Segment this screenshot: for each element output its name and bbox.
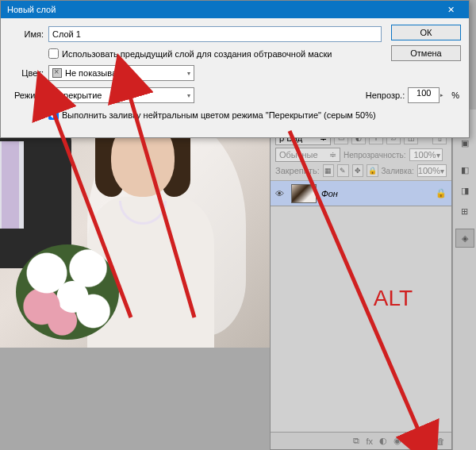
layers-icon[interactable]: ◈ <box>455 229 474 248</box>
layer-blend-select[interactable]: Обычные≑ <box>275 148 340 162</box>
photo-bouquet <box>16 244 119 340</box>
fill-neutral-checkbox[interactable] <box>48 110 59 120</box>
canvas-background <box>0 348 270 450</box>
opacity-spinner-icon[interactable]: ▸ <box>440 92 448 98</box>
chevron-down-icon: ▾ <box>187 70 190 77</box>
layers-panel: Слои ▸│ ▾≡ ρ Вид≑ ▭ ◐ T ▱ ◫ ▯ Обычные≑ Н… <box>270 110 452 450</box>
network-icon[interactable]: ⊞ <box>455 202 474 221</box>
use-prev-mask-label: Использовать предыдущий слой для создани… <box>62 49 332 59</box>
layers-footer: ⧉ fx ◐ ◉ ▢ ▣ 🗑 <box>271 432 451 449</box>
chevron-down-icon: ▾ <box>187 92 190 99</box>
dialog-titlebar[interactable]: Новый слой ✕ <box>1 1 469 18</box>
right-toolbar: ✂ ▣ ◧ ◨ ⊞ ◈ <box>452 110 476 450</box>
opacity-label: Непрозр.: <box>366 90 405 100</box>
new-layer-dialog: Новый слой ✕ Имя: Использовать предыдущи… <box>0 0 470 138</box>
opacity-input[interactable]: 100 <box>408 87 440 103</box>
opacity-pct: % <box>451 90 459 100</box>
layer-row[interactable]: 👁 Фон 🔒 <box>271 181 451 206</box>
layer-name-input[interactable] <box>48 26 382 42</box>
lock-all-icon[interactable]: 🔒 <box>367 164 378 177</box>
fill-neutral-label: Выполнить заливку нейтральным цветом реж… <box>62 110 376 120</box>
delete-layer-icon[interactable]: 🗑 <box>436 437 445 446</box>
cube-icon[interactable]: ◧ <box>455 160 474 179</box>
lock-move-icon[interactable]: ✥ <box>352 164 363 177</box>
new-layer-icon[interactable]: ▣ <box>422 436 430 446</box>
lock-paint-icon[interactable]: ✎ <box>337 164 348 177</box>
layer-mask-icon[interactable]: ◐ <box>379 436 387 446</box>
dialog-title-text: Новый слой <box>7 5 56 14</box>
layer-fill-input[interactable]: 100% ▾ <box>417 164 447 177</box>
document-canvas[interactable] <box>0 110 270 348</box>
box-icon[interactable]: ◨ <box>455 181 474 200</box>
color-label: Цвет: <box>10 68 44 78</box>
layer-fx-icon[interactable]: fx <box>366 437 373 446</box>
ok-button[interactable]: ОК <box>391 25 461 40</box>
fill-label: Заливка: <box>382 167 414 175</box>
lock-transparency-icon[interactable]: ▦ <box>323 164 334 177</box>
layers-list: 👁 Фон 🔒 <box>271 181 451 432</box>
photo-tie <box>2 141 19 229</box>
lock-icon: 🔒 <box>436 188 447 198</box>
layer-thumbnail[interactable] <box>291 184 317 203</box>
color-swatch-none-icon <box>52 68 62 78</box>
link-layers-icon[interactable]: ⧉ <box>353 436 359 446</box>
close-icon[interactable]: ✕ <box>439 5 463 15</box>
color-select[interactable]: Не показывать ▾ <box>48 65 194 81</box>
adjustment-layer-icon[interactable]: ◉ <box>393 436 401 446</box>
layer-group-icon[interactable]: ▢ <box>408 436 416 446</box>
mode-label: Режим: <box>10 90 44 100</box>
use-prev-mask-checkbox[interactable] <box>48 48 59 59</box>
layer-name-text: Фон <box>321 189 431 198</box>
layer-opacity-input[interactable]: 100% ▾ <box>409 148 443 161</box>
visibility-eye-icon[interactable]: 👁 <box>275 189 286 198</box>
lock-label: Закрепить: <box>275 166 320 175</box>
annotation-alt-label: ALT <box>374 286 413 311</box>
layer-opacity-label: Непрозрачность: <box>344 151 406 160</box>
cancel-button[interactable]: Отмена <box>391 45 461 61</box>
name-label: Имя: <box>10 29 44 39</box>
blend-mode-select[interactable]: Перекрытие ▾ <box>48 87 194 103</box>
